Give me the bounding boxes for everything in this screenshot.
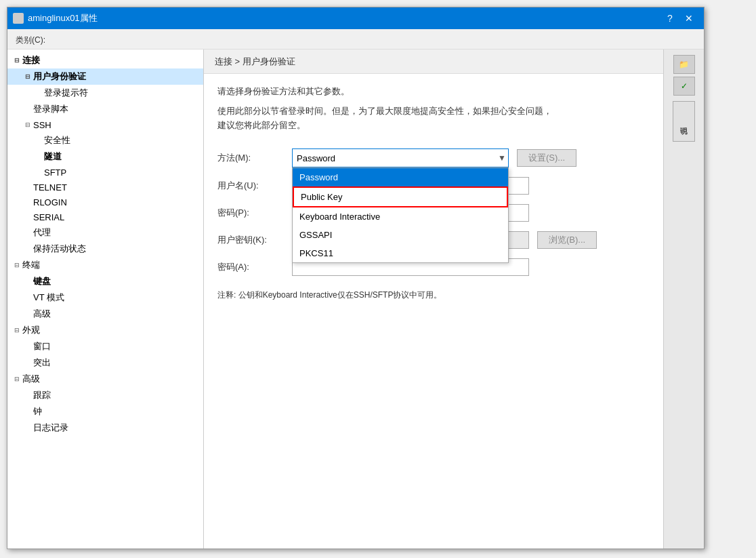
- sidebar-label-user-auth: 用户身份验证: [33, 71, 86, 83]
- sidebar-label-connect: 连接: [22, 54, 40, 66]
- sidebar-label-serial: SERIAL: [33, 212, 64, 222]
- content-description: 请选择身份验证方法和其它参数。 使用此部分以节省登录时间。但是，为了最大限度地提…: [217, 85, 650, 132]
- expand-icon-bell: [22, 406, 33, 417]
- explain-button[interactable]: 说明: [673, 101, 695, 142]
- sidebar-item-user-auth[interactable]: ⊟用户身份验证: [7, 68, 203, 85]
- expand-icon-rlogin: [22, 197, 33, 207]
- right-panel: 📁 ✓ 说明: [663, 49, 704, 549]
- sidebar-label-advanced: 高级: [33, 308, 51, 320]
- sidebar: ⊟连接⊟用户身份验证登录提示符登录脚本⊟SSH安全性隧道SFTPTELNETRL…: [7, 49, 204, 549]
- sidebar-item-serial[interactable]: SERIAL: [7, 210, 203, 224]
- sidebar-label-highlight: 突出: [33, 357, 51, 369]
- right-panel-icon2[interactable]: ✓: [673, 77, 695, 96]
- category-label: 类别(C):: [7, 29, 704, 49]
- expand-icon-tunnel: [33, 151, 44, 162]
- expand-icon-security: [33, 135, 44, 146]
- dropdown-item-keyboard-interactive[interactable]: Keyboard Interactive: [293, 207, 508, 226]
- expand-icon-keyboard: [22, 276, 33, 287]
- expand-icon-vt-mode: [22, 292, 33, 303]
- sidebar-label-security: 安全性: [44, 134, 70, 146]
- sidebar-item-telnet[interactable]: TELNET: [7, 180, 203, 195]
- sidebar-item-advanced2[interactable]: ⊟高级: [7, 371, 203, 387]
- sidebar-item-ssh[interactable]: ⊟SSH: [7, 117, 203, 132]
- sidebar-item-window[interactable]: 窗口: [7, 338, 203, 355]
- expand-icon-sftp: [33, 167, 44, 178]
- method-dropdown[interactable]: Password: [292, 148, 509, 167]
- sidebar-item-login-script[interactable]: 登录脚本: [7, 101, 203, 117]
- sidebar-item-logrecord[interactable]: 日志记录: [7, 420, 203, 436]
- note-text: 注释: 公钥和Keyboard Interactive仅在SSH/SFTP协议中…: [217, 290, 650, 301]
- sidebar-item-keepalive[interactable]: 保持活动状态: [7, 241, 203, 257]
- password-label: 密码(P):: [217, 207, 292, 219]
- userkey-label: 用户密钥(K):: [217, 234, 292, 246]
- expand-icon-login-script: [22, 104, 33, 115]
- sidebar-label-telnet: TELNET: [33, 182, 67, 193]
- expand-icon-user-auth: ⊟: [22, 71, 33, 82]
- sidebar-label-bell: 钟: [33, 405, 42, 418]
- expand-icon-keepalive: [22, 243, 33, 254]
- sidebar-item-terminal[interactable]: ⊟终端: [7, 257, 203, 273]
- right-panel-icon1[interactable]: 📁: [673, 55, 695, 74]
- method-dropdown-wrapper: Password ▼ PasswordPublic KeyKeyboard In…: [292, 148, 509, 167]
- dialog-title: aminglinux01属性: [28, 12, 660, 24]
- browse-button[interactable]: 浏览(B)...: [537, 231, 597, 249]
- sidebar-item-vt-mode[interactable]: VT 模式: [7, 290, 203, 306]
- dropdown-item-pkcs11[interactable]: PKCS11: [293, 244, 508, 262]
- expand-icon-proxy: [22, 227, 33, 238]
- sidebar-label-window: 窗口: [33, 340, 51, 353]
- method-label: 方法(M):: [217, 152, 292, 164]
- title-bar: aminglinux01属性 ? ✕: [7, 7, 704, 29]
- help-button[interactable]: ?: [660, 9, 679, 28]
- expand-icon-advanced: [22, 308, 33, 319]
- expand-icon-window: [22, 341, 33, 352]
- sidebar-item-tunnel[interactable]: 隧道: [7, 148, 203, 165]
- sidebar-label-rlogin: RLOGIN: [33, 197, 67, 207]
- sidebar-item-trace[interactable]: 跟踪: [7, 387, 203, 403]
- sidebar-label-ssh: SSH: [33, 120, 51, 130]
- sidebar-label-appearance: 外观: [22, 324, 40, 336]
- expand-icon-highlight: [22, 357, 33, 368]
- sidebar-tree: ⊟连接⊟用户身份验证登录提示符登录脚本⊟SSH安全性隧道SFTPTELNETRL…: [7, 49, 203, 549]
- dialog-body: ⊟连接⊟用户身份验证登录提示符登录脚本⊟SSH安全性隧道SFTPTELNETRL…: [7, 49, 704, 549]
- sidebar-label-trace: 跟踪: [33, 389, 51, 401]
- passphrase-label: 密码(A):: [217, 261, 292, 273]
- sidebar-item-appearance[interactable]: ⊟外观: [7, 322, 203, 338]
- app-icon: [13, 13, 24, 24]
- close-button[interactable]: ✕: [679, 9, 698, 28]
- sidebar-label-tunnel: 隧道: [44, 151, 62, 163]
- sidebar-item-sftp[interactable]: SFTP: [7, 165, 203, 180]
- sidebar-item-keyboard[interactable]: 键盘: [7, 273, 203, 290]
- sidebar-label-keepalive: 保持活动状态: [33, 243, 86, 255]
- sidebar-item-proxy[interactable]: 代理: [7, 224, 203, 241]
- sidebar-item-connect[interactable]: ⊟连接: [7, 52, 203, 68]
- expand-icon-appearance: ⊟: [12, 325, 22, 336]
- username-label: 用户名(U):: [217, 180, 292, 192]
- sidebar-item-highlight[interactable]: 突出: [7, 355, 203, 371]
- sidebar-label-logrecord: 日志记录: [33, 422, 68, 434]
- expand-icon-telnet: [22, 182, 33, 193]
- sidebar-item-bell[interactable]: 钟: [7, 403, 203, 420]
- sidebar-item-login-prompt[interactable]: 登录提示符: [7, 85, 203, 101]
- content-breadcrumb: 连接 > 用户身份验证: [204, 49, 663, 74]
- expand-icon-connect: ⊟: [12, 55, 22, 66]
- expand-icon-terminal: ⊟: [12, 260, 22, 271]
- sidebar-item-security[interactable]: 安全性: [7, 132, 203, 148]
- dropdown-item-password[interactable]: Password: [293, 168, 508, 186]
- sidebar-label-sftp: SFTP: [44, 167, 66, 178]
- dropdown-item-public-key[interactable]: Public Key: [293, 186, 508, 207]
- expand-icon-logrecord: [22, 422, 33, 433]
- expand-icon-serial: [22, 212, 33, 222]
- sidebar-item-rlogin[interactable]: RLOGIN: [7, 195, 203, 210]
- sidebar-label-login-script: 登录脚本: [33, 103, 68, 115]
- sidebar-label-advanced2: 高级: [22, 373, 40, 385]
- dropdown-item-gssapi[interactable]: GSSAPI: [293, 226, 508, 244]
- sidebar-label-keyboard: 键盘: [33, 275, 51, 287]
- expand-icon-login-prompt: [33, 87, 44, 98]
- settings-button[interactable]: 设置(S)...: [517, 149, 576, 167]
- method-row: 方法(M): Password ▼ PasswordPublic KeyKeyb…: [217, 148, 650, 167]
- sidebar-label-proxy: 代理: [33, 226, 51, 239]
- expand-icon-ssh: ⊟: [22, 119, 33, 130]
- content-panel: 连接 > 用户身份验证 请选择身份验证方法和其它参数。 使用此部分以节省登录时间…: [204, 49, 663, 549]
- sidebar-label-terminal: 终端: [22, 259, 40, 271]
- sidebar-item-advanced[interactable]: 高级: [7, 306, 203, 322]
